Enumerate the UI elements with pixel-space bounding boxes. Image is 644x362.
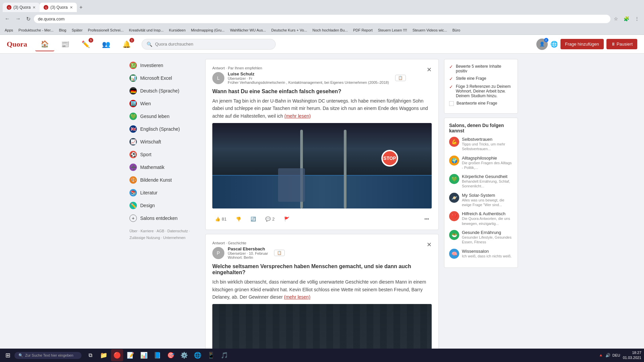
read-more-2[interactable]: (mehr lesen): [284, 294, 311, 300]
header-right: 👤 2 🌐 Frage hinzufügen ⏸ Pausiert: [536, 39, 638, 50]
check-box-4[interactable]: [449, 101, 454, 106]
address-bar[interactable]: [34, 15, 610, 23]
sidebar-dot-wien: 🏙️: [129, 100, 137, 107]
answer-meta-1: Antwort · Par Ihnen empfehlen: [212, 66, 406, 70]
add-icon: +: [129, 215, 137, 222]
menu-button[interactable]: ⋮: [633, 15, 641, 23]
search-input[interactable]: [155, 42, 271, 47]
salon-item-selbstvertrauen[interactable]: 💪 Selbstvertrauen Tipps und Tricks, um m…: [449, 137, 513, 152]
checklist-item-3: ✓ Füge 3 Referenzen zu Deinem Wohnort, D…: [449, 84, 513, 98]
salon-item-koerpergesundheit[interactable]: 💚 Körperliche Gesundheit Behandelt Ernäh…: [449, 174, 513, 189]
comment-button-1[interactable]: 💬 2: [263, 215, 277, 223]
bookmark-produktsuche[interactable]: Produktsuche - Mer...: [16, 27, 56, 33]
sidebar-dot-wirtschaft: 📈: [129, 138, 137, 145]
question-title-1[interactable]: Wann hast Du eine Sache einfach falsch g…: [212, 88, 432, 95]
bookmark-steuern-videos[interactable]: Steuern Videos wic...: [411, 27, 449, 33]
nav-write[interactable]: ✏️ 5: [76, 37, 95, 51]
bookmark-kursideen[interactable]: Kursideen: [167, 27, 188, 33]
sidebar-item-sport[interactable]: ⚽ Sport: [126, 148, 200, 161]
salon-desc-wissenssalon: Ich weiß, dass ich nichts weiß.: [462, 254, 512, 258]
bookmark-hochladen[interactable]: Noch hochladen Bu...: [311, 27, 350, 33]
extensions-button[interactable]: 🧩: [622, 15, 631, 23]
bookmark-buero[interactable]: Büro: [450, 27, 462, 33]
new-tab-button[interactable]: +: [77, 3, 85, 12]
salon-item-wissenssalon[interactable]: 🧠 Wissenssalon Ich weiß, dass ich nichts…: [449, 249, 513, 259]
salon-name-solarsystem: My Solar-System: [462, 193, 513, 198]
salon-icon-solarsystem: 🪐: [449, 193, 459, 203]
upvote-button-1[interactable]: 👍 81: [212, 215, 229, 223]
salon-desc-gesunde-ernaehrung: Gesunder Lifestyle, Gesundes Essen, Fitn…: [462, 235, 513, 245]
more-options-button-1[interactable]: •••: [422, 215, 432, 223]
sidebar-item-literatur[interactable]: 📚 Literatur: [126, 186, 200, 199]
credentials-button-2[interactable]: 📋: [274, 250, 285, 256]
salon-item-alltagsphilosophie[interactable]: 🌍 Alltagsphilosophie Die großen Fragen d…: [449, 156, 513, 170]
right-panel: ✓ Bewerte 5 weitere Inhalte positiv ✓ St…: [444, 59, 518, 343]
sidebar-item-bildende-kunst[interactable]: 🎨 Bildende Kunst: [126, 174, 200, 186]
reload-button[interactable]: ↻: [24, 14, 33, 23]
salon-icon-wissenssalon: 🧠: [449, 249, 459, 259]
bookmark-steuern-lesen[interactable]: Steuern Lesen !!!!: [376, 27, 409, 33]
salon-desc-alltagsphilosophie: Die großen Fragen des Alltags - Politik,…: [462, 161, 513, 170]
avatar[interactable]: 👤 2: [536, 39, 548, 50]
sidebar-item-wien[interactable]: 🏙️ Wien: [126, 97, 200, 110]
sidebar-item-gesundleben[interactable]: 💚 Gesund leben: [126, 110, 200, 123]
close-button-1[interactable]: ✕: [427, 66, 432, 73]
tab-1[interactable]: Q (3) Quora ✕: [3, 3, 40, 12]
tab-2[interactable]: Q (3) Quora ✕: [40, 3, 76, 12]
salons-title: Salons, denen Du folgen kannst: [449, 123, 513, 133]
sidebar-item-englisch[interactable]: 🇬🇧 Englisch (Sprache): [126, 123, 200, 135]
author-bio-2: Wohnort: Berlin: [228, 255, 268, 259]
downvote-button-1[interactable]: 👎: [233, 215, 244, 223]
add-question-button[interactable]: Frage hinzufügen: [560, 39, 604, 49]
sidebar-item-add-salons[interactable]: + Salons entdecken: [126, 212, 200, 225]
search-bar: 🔍: [142, 39, 276, 50]
tab-1-close[interactable]: ✕: [33, 5, 36, 10]
paused-button[interactable]: ⏸ Pausiert: [606, 39, 637, 49]
answer-text-2: Ich bin wirklich überrascht, dass nieman…: [212, 278, 432, 301]
bookmark-deutschkurs[interactable]: Deutsche Kurs + Vo...: [269, 27, 309, 33]
bookmark-kreativitaet[interactable]: Kreativität und Insp...: [127, 27, 165, 33]
nav-community[interactable]: 👥: [97, 37, 116, 51]
bookmark-apps[interactable]: Apps: [3, 27, 15, 33]
salon-item-solarsystem[interactable]: 🪐 My Solar-System Alles was uns bewegt, …: [449, 193, 513, 207]
tab-2-favicon: Q: [44, 5, 48, 10]
sidebar-item-excel[interactable]: 📊 Microsoft Excel: [126, 72, 200, 84]
nav-home[interactable]: 🏠: [35, 37, 54, 51]
salon-desc-solarsystem: Alles was uns bewegt, die ewige Frage "W…: [462, 198, 513, 207]
tab-1-title: (3) Quora: [13, 5, 31, 10]
check-icon-2: ✓: [449, 76, 453, 81]
author-bio-1: Früher Verhandlungsdolmetscherin , Konta…: [228, 80, 389, 84]
nav-notifications[interactable]: 🔔 1: [117, 37, 136, 51]
downvote-icon-1: 👎: [236, 217, 241, 222]
sidebar-item-deutsch[interactable]: 🇩🇪 Deutsch (Sprache): [126, 84, 200, 97]
question-title-2[interactable]: Welche seltsamen Versprechen haben Mensc…: [212, 263, 432, 276]
tab-2-close[interactable]: ✕: [70, 5, 73, 10]
sidebar-item-design[interactable]: ✏️ Design: [126, 199, 200, 212]
answer-card-1: Antwort · Par Ihnen empfehlen L Luise Sc…: [205, 59, 439, 230]
check-icon-3: ✓: [449, 84, 453, 89]
forward-button[interactable]: →: [13, 14, 23, 23]
read-more-1[interactable]: (mehr lesen): [284, 113, 311, 119]
globe-button[interactable]: 🌐: [550, 41, 558, 48]
back-button[interactable]: ←: [3, 14, 12, 23]
write-badge: 5: [89, 38, 93, 43]
nav-news[interactable]: 📰: [56, 37, 75, 51]
sidebar-item-investieren[interactable]: 💹 Investieren: [126, 59, 200, 72]
bookmark-wahlfaecher[interactable]: Wahlfächer WU Aus...: [228, 27, 268, 33]
salon-item-gesunde-ernaehrung[interactable]: 🥗 Gesunde Ernährung Gesunder Lifestyle, …: [449, 230, 513, 245]
bookmark-blog[interactable]: Blog: [57, 27, 68, 33]
close-button-2[interactable]: ✕: [427, 241, 432, 248]
sidebar-item-wirtschaft[interactable]: 📈 Wirtschaft: [126, 135, 200, 148]
bookmark-pdfreport[interactable]: PDF Report: [351, 27, 375, 33]
star-button[interactable]: ☆: [612, 15, 620, 23]
bookmark-mindmapping[interactable]: Mindmapping (Gru...: [189, 27, 226, 33]
bookmark-professionell[interactable]: Professionell Schrei...: [86, 27, 125, 33]
credentials-button-1[interactable]: 📋: [395, 75, 406, 81]
report-button-1[interactable]: 🚩: [281, 215, 292, 223]
share-button-1[interactable]: 🔄: [248, 215, 259, 223]
checklist-item-4[interactable]: Beantworte eine Frage: [449, 101, 513, 106]
bookmark-spaeter[interactable]: Später: [70, 27, 85, 33]
author-name-1: Luise Schulz: [228, 71, 389, 76]
salon-item-hilfreich[interactable]: ❤️ Hilfreich & Authentisch Die Quora Ant…: [449, 211, 513, 226]
sidebar-item-mathematik[interactable]: ➗ Mathematik: [126, 161, 200, 174]
